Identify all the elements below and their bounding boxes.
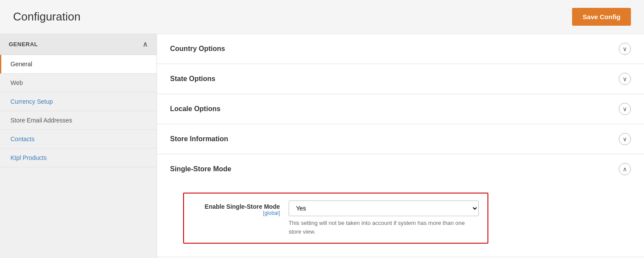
chevron-down-icon: ∨ (619, 133, 631, 145)
content-area: Country Options∨State Options∨Locale Opt… (157, 34, 644, 258)
field-control-enable-single-store: YesNoThis setting will not be taken into… (289, 200, 479, 236)
accordion-item-country-options: Country Options∨ (157, 34, 644, 64)
accordion-body-single-store-mode: Enable Single-Store Mode[global]YesNoThi… (157, 184, 644, 257)
sidebar-item-contacts[interactable]: Contacts (0, 130, 157, 149)
chevron-down-icon: ∨ (619, 103, 631, 115)
main-layout: GENERAL ∧ GeneralWebCurrency SetupStore … (0, 34, 644, 258)
accordion-title-locale-options: Locale Options (170, 105, 221, 113)
accordion-title-single-store-mode: Single-Store Mode (170, 165, 231, 173)
accordion-header-locale-options[interactable]: Locale Options∨ (157, 94, 644, 124)
accordion-title-country-options: Country Options (170, 45, 225, 53)
sidebar-item-store-email-addresses[interactable]: Store Email Addresses (0, 111, 157, 130)
accordion-item-single-store-mode: Single-Store Mode∧Enable Single-Store Mo… (157, 154, 644, 257)
accordion-container: Country Options∨State Options∨Locale Opt… (157, 34, 644, 257)
accordion-header-single-store-mode[interactable]: Single-Store Mode∧ (157, 154, 644, 184)
accordion-header-state-options[interactable]: State Options∨ (157, 64, 644, 94)
sidebar-section-general[interactable]: GENERAL ∧ (0, 34, 157, 55)
select-enable-single-store-wrapper: YesNo (289, 200, 479, 216)
field-scope: [global] (193, 210, 280, 216)
sidebar-items: GeneralWebCurrency SetupStore Email Addr… (0, 55, 157, 167)
field-row-enable-single-store: Enable Single-Store Mode[global]YesNoThi… (183, 193, 488, 244)
chevron-down-icon: ∨ (619, 73, 631, 85)
accordion-item-state-options: State Options∨ (157, 64, 644, 94)
field-label-group: Enable Single-Store Mode[global] (193, 200, 280, 216)
chevron-up-icon: ∧ (143, 40, 148, 48)
sidebar-item-currency-setup[interactable]: Currency Setup (0, 92, 157, 111)
accordion-item-locale-options: Locale Options∨ (157, 94, 644, 124)
sidebar-item-ktpl-products[interactable]: Ktpl Products (0, 149, 157, 167)
sidebar-section-label: GENERAL (9, 41, 38, 48)
accordion-title-state-options: State Options (170, 75, 215, 83)
chevron-down-icon: ∨ (619, 43, 631, 55)
field-note-single-store: This setting will not be taken into acco… (289, 219, 479, 236)
accordion-header-country-options[interactable]: Country Options∨ (157, 34, 644, 64)
accordion-title-store-information: Store Information (170, 135, 228, 143)
accordion-header-store-information[interactable]: Store Information∨ (157, 124, 644, 154)
sidebar: GENERAL ∧ GeneralWebCurrency SetupStore … (0, 34, 157, 258)
accordion-item-store-information: Store Information∨ (157, 124, 644, 154)
field-label-enable-single-store: Enable Single-Store Mode (193, 203, 280, 210)
page-title: Configuration (13, 10, 81, 24)
select-enable-single-store[interactable]: YesNo (289, 201, 478, 216)
chevron-up-icon: ∧ (619, 163, 631, 175)
page-header: Configuration Save Config (0, 0, 644, 34)
sidebar-item-general[interactable]: General (0, 55, 157, 74)
sidebar-item-web[interactable]: Web (0, 74, 157, 92)
save-config-button[interactable]: Save Config (572, 8, 631, 26)
